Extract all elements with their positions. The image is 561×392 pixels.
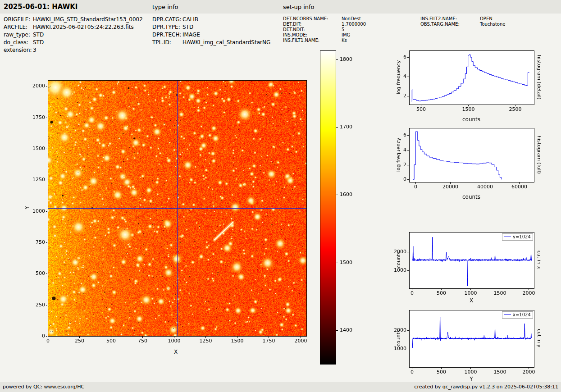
histogram-detail-canvas	[388, 47, 543, 119]
cut-y-right-label: cut in y	[536, 320, 542, 356]
file-info-block: ORIGFILE:HAWKI_IMG_STD_StandardStar153_0…	[4, 16, 143, 54]
info-value: IMG	[342, 32, 350, 37]
main-yaxis-label: Y	[24, 199, 30, 217]
info-value: CALIB	[182, 16, 198, 23]
hist-detail-xlabel: counts	[453, 116, 489, 123]
qc-report-page: 2025-06-01: HAWKI type info set-up info …	[0, 0, 561, 392]
cut-in-y-canvas	[388, 306, 543, 383]
info-value: STD	[33, 39, 44, 46]
info-row: TPL.ID:HAWKI_img_cal_StandardStarNG	[152, 39, 270, 46]
raw-image-canvas	[27, 76, 315, 346]
histogram-full-canvas	[388, 124, 543, 196]
hist-full-xlabel: counts	[453, 194, 489, 200]
hist-detail-right-label: histogram (detail)	[536, 53, 542, 102]
info-row: DPR.TECH:IMAGE	[152, 31, 270, 39]
info-value: 1.7000000	[342, 22, 366, 27]
info-label: DPR.CATG:	[152, 16, 182, 23]
info-value: 5	[342, 27, 344, 32]
info-label: DPR.TYPE:	[152, 23, 182, 31]
setup-info-col1: DET.NCORRS.NAME:NonDest DET.DIT:1.700000…	[283, 16, 366, 43]
info-value: Touchstone	[480, 22, 505, 27]
info-row: DPR.TYPE:STD	[152, 23, 270, 31]
hist-full-right-label: histogram (full)	[536, 131, 542, 179]
info-value: STD	[33, 32, 44, 38]
cut-y-xlabel: Y	[458, 376, 485, 382]
cut-x-right-label: cut in x	[536, 242, 542, 278]
info-label: raw_type:	[4, 31, 33, 39]
info-row: OBS.TARG.NAME:Touchstone	[420, 22, 505, 27]
info-label: INS.FILT2.NAME:	[420, 16, 480, 22]
info-label: TPL.ID:	[152, 39, 182, 46]
setup-info-heading: set-up info	[283, 4, 315, 10]
info-value: NonDest	[342, 16, 361, 21]
info-label: OBS.TARG.NAME:	[420, 22, 480, 27]
page-title: 2025-06-01: HAWKI	[4, 3, 78, 11]
cut-x-ylabel: counts	[396, 242, 401, 278]
header-bar: 2025-06-01: HAWKI type info set-up info	[0, 0, 561, 14]
info-row: DET.NCORRS.NAME:NonDest	[283, 16, 366, 22]
info-value: HAWKI.2025-06-02T05:24:22.263.fits	[33, 24, 134, 30]
info-label: do_class:	[4, 39, 33, 46]
info-row: INS.FILT1.NAME:Ks	[283, 38, 366, 43]
cut-in-x-canvas	[388, 228, 543, 304]
info-row: ARCFILE:HAWKI.2025-06-02T05:24:22.263.fi…	[4, 23, 143, 31]
main-xaxis-label: X	[162, 349, 189, 355]
info-value: OPEN	[480, 16, 493, 21]
footer-left-text: powered by QC: www.eso.org/HC	[3, 384, 84, 390]
info-row: ORIGFILE:HAWKI_IMG_STD_StandardStar153_0…	[4, 16, 143, 23]
info-label: DPR.TECH:	[152, 31, 182, 39]
cut-x-xlabel: X	[458, 297, 485, 304]
hist-detail-ylabel: log frequency	[396, 55, 401, 100]
cut-y-ylabel: counts	[396, 320, 401, 356]
hist-full-ylabel: log frequency	[396, 132, 401, 178]
info-row: extension:3	[4, 46, 143, 54]
footer-bar: powered by QC: www.eso.org/HC created by…	[0, 382, 561, 392]
info-row: INS.MODE:IMG	[283, 32, 366, 38]
info-value: 3	[33, 47, 36, 53]
info-value: HAWKI_IMG_STD_StandardStar153_0002	[33, 16, 143, 23]
info-row: DET.NDIT:5	[283, 27, 366, 32]
info-value: Ks	[342, 38, 347, 43]
colorbar-canvas	[320, 47, 360, 368]
footer-right-text: created by qc_rawdisp.py v1.2.3 on 2025-…	[414, 384, 558, 390]
info-value: IMAGE	[182, 32, 200, 38]
info-label: DET.DIT:	[283, 22, 342, 27]
info-value: STD	[182, 24, 193, 30]
info-value: HAWKI_img_cal_StandardStarNG	[182, 39, 270, 46]
info-label: INS.MODE:	[283, 32, 342, 38]
setup-info-col2: INS.FILT2.NAME:OPEN OBS.TARG.NAME:Touchs…	[420, 16, 505, 27]
type-info-heading: type info	[152, 4, 178, 10]
info-label: ORIGFILE:	[4, 16, 33, 23]
info-row: raw_type:STD	[4, 31, 143, 39]
info-row: INS.FILT2.NAME:OPEN	[420, 16, 505, 22]
info-label: extension:	[4, 46, 33, 54]
info-label: DET.NDIT:	[283, 27, 342, 32]
info-label: INS.FILT1.NAME:	[283, 38, 342, 43]
type-info-block: DPR.CATG:CALIB DPR.TYPE:STD DPR.TECH:IMA…	[152, 16, 270, 46]
info-row: DPR.CATG:CALIB	[152, 16, 270, 23]
info-label: DET.NCORRS.NAME:	[283, 16, 342, 22]
info-row: DET.DIT:1.7000000	[283, 22, 366, 27]
info-row: do_class:STD	[4, 39, 143, 46]
info-label: ARCFILE:	[4, 23, 33, 31]
